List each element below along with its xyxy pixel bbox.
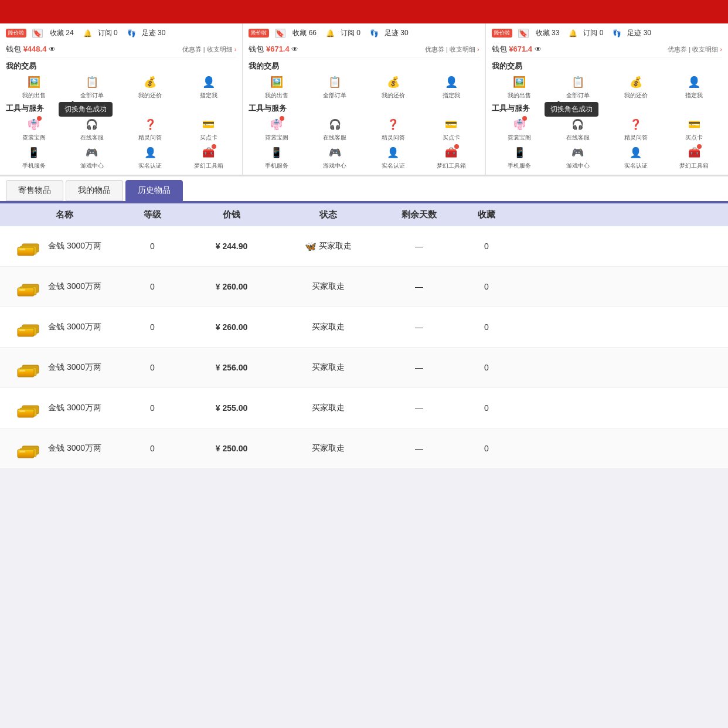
item-status: 买家取走 bbox=[319, 241, 352, 251]
service-item-1[interactable]: 🎧 在线客服 bbox=[64, 116, 120, 142]
svg-rect-7 bbox=[19, 289, 25, 291]
service-icon-1: 🎧 bbox=[83, 116, 101, 132]
trade-label-2: 我的还价 bbox=[624, 91, 648, 100]
trade-label-2: 我的还价 bbox=[382, 91, 405, 100]
trade-icon-3: 👤 bbox=[443, 74, 460, 90]
wallet-links[interactable]: 优惠券 | 收支明细 › bbox=[425, 45, 479, 54]
service-item-6[interactable]: 👤 实名认证 bbox=[365, 144, 421, 170]
service-label-2: 精灵问答 bbox=[382, 134, 405, 142]
item-price: ¥ 250.00 bbox=[188, 444, 275, 453]
wallet-row: 钱包 ¥671.4 👁 优惠券 | 收支明细 › bbox=[249, 42, 479, 57]
trade-section-title: 我的交易 bbox=[492, 61, 722, 72]
service-item-5[interactable]: 🎮 游戏中心 bbox=[550, 144, 605, 170]
service-icon-0: 👘 bbox=[511, 116, 528, 132]
service-item-5[interactable]: 🎮 游戏中心 bbox=[307, 144, 363, 170]
service-item-1[interactable]: 🎧 在线客服 bbox=[550, 116, 605, 142]
service-item-3[interactable]: 💳 买点卡 bbox=[181, 116, 236, 142]
service-icon-0: 👘 bbox=[268, 116, 285, 132]
tab-1[interactable]: 我的物品 bbox=[66, 180, 123, 201]
item-name: 金钱 3000万两 bbox=[48, 281, 101, 292]
service-item-2[interactable]: ❓ 精灵问答 bbox=[365, 116, 421, 142]
discount-badge: 降价啦 bbox=[6, 29, 26, 38]
tab-2[interactable]: 历史物品 bbox=[125, 180, 183, 201]
service-icon-1: 🎧 bbox=[326, 116, 343, 132]
item-status-cell: 🦋 买家取走 bbox=[275, 241, 381, 252]
service-label-4: 手机服务 bbox=[265, 162, 288, 170]
service-icon-2: ❓ bbox=[385, 116, 402, 132]
table-header-col-2: 价钱 bbox=[188, 209, 275, 220]
item-price: ¥ 260.00 bbox=[188, 322, 275, 332]
trade-item-3[interactable]: 👤 指定我 bbox=[423, 74, 479, 100]
wallet-label: 钱包 ¥671.4 👁 bbox=[249, 44, 298, 55]
notification-dot bbox=[454, 144, 459, 149]
trade-icon-0: 🖼️ bbox=[268, 74, 285, 90]
table-header-col-4: 剩余天数 bbox=[381, 209, 457, 220]
service-item-6[interactable]: 👤 实名认证 bbox=[123, 144, 178, 170]
service-grid: 👘 霓裳宝阁 🎧 在线客服 bbox=[6, 116, 236, 170]
trade-grid: 🖼️ 我的出售 📋 全部订单 💰 我的还价 👤 指定我 bbox=[249, 74, 479, 100]
item-name: 金钱 3000万两 bbox=[48, 322, 101, 332]
item-price: ¥ 260.00 bbox=[188, 282, 275, 291]
svg-rect-15 bbox=[19, 370, 25, 372]
item-status-cell: 买家取走 bbox=[275, 362, 381, 373]
trade-label-1: 全部订单 bbox=[80, 91, 104, 100]
service-item-2[interactable]: ❓ 精灵问答 bbox=[123, 116, 178, 142]
trade-item-3[interactable]: 👤 指定我 bbox=[666, 74, 722, 100]
notification-dot bbox=[697, 144, 702, 149]
item-collect: 0 bbox=[457, 444, 516, 453]
trade-item-2[interactable]: 💰 我的还价 bbox=[365, 74, 421, 100]
trade-item-1[interactable]: 📋 全部订单 bbox=[550, 74, 605, 100]
panel-top-bar: 降价啦 🔖 收藏 24 🔔 订阅 0 👣 足迹 30 bbox=[6, 28, 236, 38]
service-item-0[interactable]: 👘 霓裳宝阁 bbox=[6, 116, 62, 142]
item-status: 买家取走 bbox=[312, 403, 345, 413]
wallet-links[interactable]: 优惠券 | 收支明细 › bbox=[668, 45, 722, 54]
service-item-1[interactable]: 🎧 在线客服 bbox=[307, 116, 363, 142]
item-remaining: — bbox=[381, 403, 457, 413]
status-badge-icon: 🦋 bbox=[305, 241, 317, 252]
service-item-3[interactable]: 💳 买点卡 bbox=[423, 116, 479, 142]
service-item-2[interactable]: ❓ 精灵问答 bbox=[608, 116, 664, 142]
service-item-4[interactable]: 📱 手机服务 bbox=[6, 144, 62, 170]
trade-label-1: 全部订单 bbox=[566, 91, 590, 100]
service-item-0[interactable]: 👘 霓裳宝阁 bbox=[492, 116, 547, 142]
service-icon-6: 👤 bbox=[141, 144, 159, 161]
switch-role-badge: 切换角色成功 bbox=[545, 102, 598, 117]
wallet-links[interactable]: 优惠券 | 收支明细 › bbox=[182, 45, 237, 54]
trade-item-2[interactable]: 💰 我的还价 bbox=[608, 74, 664, 100]
account-panel-2: 降价啦 🔖 收藏 66 🔔 订阅 0 👣 足迹 30 钱包 ¥671.4 👁 优… bbox=[243, 23, 485, 175]
trade-label-3: 指定我 bbox=[200, 91, 217, 100]
service-item-4[interactable]: 📱 手机服务 bbox=[492, 144, 547, 170]
trade-item-1[interactable]: 📋 全部订单 bbox=[64, 74, 120, 100]
item-name-cell: 金钱 3000万两 bbox=[12, 356, 117, 379]
table-row: 金钱 3000万两 0 ¥ 250.00 买家取走 — 0 bbox=[0, 428, 728, 469]
service-item-7[interactable]: 🧰 梦幻工具箱 bbox=[423, 144, 479, 170]
service-item-7[interactable]: 🧰 梦幻工具箱 bbox=[666, 144, 722, 170]
service-item-4[interactable]: 📱 手机服务 bbox=[249, 144, 304, 170]
service-item-7[interactable]: 🧰 梦幻工具箱 bbox=[181, 144, 236, 170]
service-item-0[interactable]: 👘 霓裳宝阁 bbox=[249, 116, 304, 142]
service-item-6[interactable]: 👤 实名认证 bbox=[608, 144, 664, 170]
service-section: 工具与服务 👘 霓裳宝阁 🎧 bbox=[249, 103, 479, 170]
service-item-5[interactable]: 🎮 游戏中心 bbox=[64, 144, 120, 170]
trade-item-2[interactable]: 💰 我的还价 bbox=[123, 74, 178, 100]
trade-item-1[interactable]: 📋 全部订单 bbox=[307, 74, 363, 100]
trade-item-0[interactable]: 🖼️ 我的出售 bbox=[6, 74, 62, 100]
panel-top-bar: 降价啦 🔖 收藏 66 🔔 订阅 0 👣 足迹 30 bbox=[249, 28, 479, 38]
service-label-5: 游戏中心 bbox=[566, 162, 590, 170]
trade-label-0: 我的出售 bbox=[22, 91, 46, 100]
trade-item-0[interactable]: 🖼️ 我的出售 bbox=[492, 74, 547, 100]
trade-item-0[interactable]: 🖼️ 我的出售 bbox=[249, 74, 304, 100]
trade-item-3[interactable]: 👤 指定我 bbox=[181, 74, 236, 100]
subscribe-icon: 🔔 bbox=[83, 29, 92, 38]
gold-item-icon bbox=[12, 234, 42, 258]
trade-icon-0: 🖼️ bbox=[25, 74, 43, 90]
service-item-3[interactable]: 💳 买点卡 bbox=[666, 116, 722, 142]
item-collect: 0 bbox=[457, 282, 516, 291]
table-row: 金钱 3000万两 0 ¥ 244.90 🦋 买家取走 — 0 bbox=[0, 226, 728, 267]
item-level: 0 bbox=[117, 403, 188, 413]
service-icon-2: ❓ bbox=[627, 116, 645, 132]
tab-0[interactable]: 寄售物品 bbox=[6, 180, 63, 201]
service-label-2: 精灵问答 bbox=[138, 134, 162, 142]
panel-top-bar: 降价啦 🔖 收藏 33 🔔 订阅 0 👣 足迹 30 bbox=[492, 28, 722, 38]
gold-item-icon bbox=[12, 396, 42, 420]
